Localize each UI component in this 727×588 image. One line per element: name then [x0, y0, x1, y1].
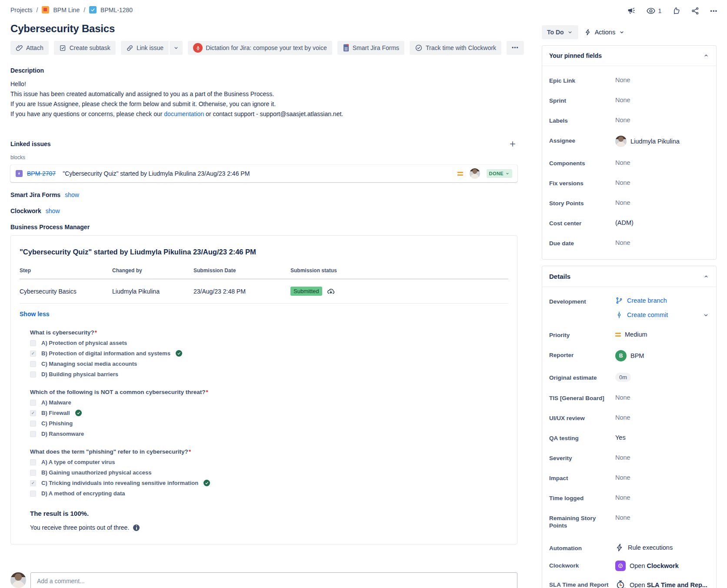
field-label: Due date — [549, 238, 615, 247]
track-time-button[interactable]: Track time with Clockwork — [410, 41, 501, 55]
reporter-name: BPM — [630, 352, 644, 359]
current-user-avatar[interactable] — [10, 572, 26, 588]
checkbox-unchecked[interactable] — [30, 421, 36, 427]
field-value[interactable]: None — [615, 158, 709, 167]
field-value[interactable]: None — [615, 96, 709, 104]
documentation-link[interactable]: documentation — [164, 110, 204, 117]
linked-issue-key[interactable]: BPM-2707 — [27, 170, 56, 177]
field-value[interactable]: Open Clockwork — [615, 561, 709, 571]
breadcrumb-projects[interactable]: Projects — [10, 7, 33, 13]
show-less-link[interactable]: Show less — [20, 311, 49, 317]
watch-eye-icon[interactable]: 1 — [646, 6, 662, 16]
field-label: UI/UX review — [549, 413, 615, 422]
field-label: QA testing — [549, 433, 615, 442]
option-label: B) Gaining unauthorized physical access — [41, 469, 152, 476]
option-label: B) Firewall — [41, 410, 70, 416]
quiz-question: What does the term "phishing" refer to i… — [30, 448, 508, 497]
checkbox-checked[interactable] — [30, 480, 36, 486]
create-branch-link[interactable]: Create branch — [615, 297, 709, 304]
checkbox-unchecked[interactable] — [30, 371, 36, 378]
field-value[interactable]: None — [615, 393, 709, 402]
field-row-components: Components None — [549, 158, 709, 167]
quiz-option: D) A method of encrypting data — [30, 490, 508, 497]
create-commit-label: Create commit — [627, 311, 668, 318]
breadcrumb-project[interactable]: BPM Line — [53, 7, 80, 13]
field-value[interactable]: None — [615, 76, 709, 84]
feedback-megaphone-icon[interactable] — [627, 7, 636, 15]
more-actions-icon[interactable]: ••• — [710, 8, 717, 14]
main-column: Cybersecurity Basics Attach Create subta… — [10, 16, 517, 588]
clockwork-app-icon — [615, 561, 626, 571]
clockwork-show-link[interactable]: show — [46, 207, 60, 214]
checkbox-unchecked[interactable] — [30, 470, 36, 476]
quiz-question: What is cybersecurity?* A) Protection of… — [30, 329, 508, 378]
status-dropdown-button[interactable]: To Do — [542, 25, 578, 39]
field-value[interactable]: None — [615, 493, 709, 502]
smart-forms-show-link[interactable]: show — [65, 191, 79, 198]
checkbox-checked[interactable] — [30, 351, 36, 357]
field-value[interactable]: None — [615, 178, 709, 187]
details-header[interactable]: Details — [542, 266, 716, 287]
assignee-avatar[interactable] — [470, 168, 480, 179]
field-value[interactable]: 0m — [615, 373, 709, 382]
cell-submission-date: 23/Aug/23 2:48 PM — [193, 288, 290, 295]
create-commit-link[interactable]: Create commit — [615, 311, 668, 319]
add-linked-issue-button[interactable] — [508, 139, 517, 149]
field-value[interactable]: Yes — [615, 433, 709, 442]
description-line: If you have any questions or concerns, p… — [10, 109, 517, 119]
field-label: Epic Link — [549, 76, 615, 84]
linked-issue-row[interactable]: BPM-2707 "Cybersecurity Quiz" started by… — [10, 165, 517, 182]
checkbox-checked[interactable] — [30, 410, 36, 416]
share-icon[interactable] — [691, 7, 700, 15]
pinned-fields-heading: Your pinned fields — [549, 52, 602, 59]
column-header-submission-date: Submission Date — [193, 267, 290, 274]
like-thumbs-up-icon[interactable] — [672, 7, 680, 15]
field-value[interactable]: None — [615, 453, 709, 462]
sidebar: To Do Actions Your pinned fields Epic Li… — [542, 16, 717, 588]
checkbox-unchecked[interactable] — [30, 431, 36, 437]
field-value[interactable]: B BPM — [615, 350, 709, 361]
link-issue-button[interactable]: Link issue — [121, 41, 169, 55]
field-row-remaining-story-points: Remaining Story Points None — [549, 513, 709, 529]
info-icon[interactable] — [133, 525, 140, 531]
checkbox-unchecked[interactable] — [30, 491, 36, 497]
field-value[interactable]: None — [615, 413, 709, 422]
checkbox-unchecked[interactable] — [30, 400, 36, 406]
chevron-down-icon[interactable] — [703, 312, 709, 318]
create-subtask-button[interactable]: Create subtask — [54, 41, 116, 55]
bpm-heading: Business Process Manager — [10, 224, 90, 231]
field-label: Development — [549, 297, 615, 305]
linked-issue-summary[interactable]: "Cybersecurity Quiz" started by Liudmyla… — [63, 170, 250, 177]
field-value[interactable]: None — [615, 198, 709, 207]
field-value[interactable]: (ADM) — [615, 218, 709, 227]
correct-answer-icon — [176, 350, 182, 357]
field-value[interactable]: None — [615, 238, 709, 247]
field-value[interactable]: None — [615, 513, 709, 522]
field-value[interactable]: SLA Open SLA Time and Rep... — [615, 580, 709, 588]
development-links: Create branch Create commit — [615, 297, 709, 319]
field-value[interactable]: None — [615, 473, 709, 482]
breadcrumb-issue-key[interactable]: BPML-1280 — [100, 7, 133, 13]
bpm-quiz-panel: "Cybersecurity Quiz" started by Liudmyla… — [10, 235, 517, 545]
actions-dropdown-button[interactable]: Actions — [584, 29, 625, 36]
smart-jira-forms-button[interactable]: Smart Jira Forms — [337, 41, 404, 55]
question-label: Which of the following is NOT a common c… — [30, 389, 206, 395]
checkbox-unchecked[interactable] — [30, 361, 36, 367]
description-heading: Description — [10, 67, 517, 74]
download-cloud-icon[interactable] — [327, 287, 335, 296]
field-value[interactable]: None — [615, 116, 709, 124]
field-value[interactable]: Rule executions — [615, 543, 709, 552]
field-value[interactable]: Medium — [615, 330, 709, 339]
link-issue-dropdown-button[interactable] — [170, 41, 183, 55]
dictation-button[interactable]: Dictation for Jira: compose your text by… — [188, 41, 332, 55]
checkbox-unchecked[interactable] — [30, 340, 36, 346]
issue-toolbar: Attach Create subtask Link issue Dictati… — [10, 41, 517, 55]
field-value[interactable]: Liudmyla Pikulina — [615, 136, 709, 147]
comment-input[interactable] — [30, 572, 517, 588]
attach-button[interactable]: Attach — [10, 41, 49, 55]
pinned-fields-header[interactable]: Your pinned fields — [542, 46, 716, 66]
linked-issue-status-badge[interactable]: DONE — [487, 169, 512, 178]
checkbox-unchecked[interactable] — [30, 459, 36, 465]
attach-label: Attach — [26, 44, 43, 51]
toolbar-more-button[interactable]: ••• — [507, 41, 524, 55]
